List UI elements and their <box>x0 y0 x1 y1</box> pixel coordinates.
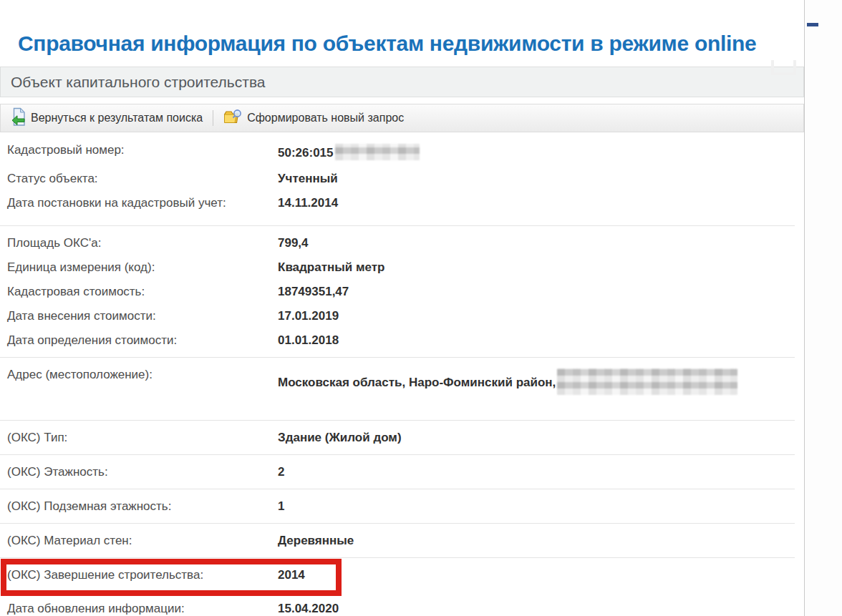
record-group: (ОКС) Подземная этажность:1 <box>0 489 795 523</box>
record-groups: Кадастровый номер:50:26:015Статус объект… <box>0 132 804 616</box>
record-group: Площадь ОКС'а:799,4Единица измерения (ко… <box>0 225 795 357</box>
toolbar-separator <box>213 110 213 126</box>
row-label: Площадь ОКС'а: <box>7 237 278 249</box>
toolbar: Вернуться к результатам поиска Сформиров… <box>0 104 804 132</box>
record-group: Кадастровый номер:50:26:015Статус объект… <box>0 132 795 225</box>
new-request-label: Сформировать новый запрос <box>247 112 404 124</box>
record-row: Дата внесения стоимости:17.01.2019 <box>0 304 795 328</box>
record-row: Кадастровый номер:50:26:015 <box>0 138 795 167</box>
row-label: (ОКС) Завершение строительства: <box>7 569 278 581</box>
new-request-button[interactable]: Сформировать новый запрос <box>219 107 408 130</box>
new-search-folder-icon <box>223 109 242 128</box>
record-group: (ОКС) Этажность:2 <box>0 454 795 489</box>
record-row: Площадь ОКС'а:799,4 <box>0 231 795 255</box>
record-group: (ОКС) Завершение строительства:2014 <box>0 557 795 592</box>
crop-marker-bracket <box>771 60 796 75</box>
row-value: 14.11.2014 <box>278 197 338 209</box>
redacted-blur-block <box>557 368 737 395</box>
main-panel: Справочная информация по объектам недвиж… <box>0 0 805 616</box>
record-row: (ОКС) Материал стен:Деревянные <box>0 529 795 553</box>
row-label: Дата обновления информации: <box>7 602 278 615</box>
back-to-results-button[interactable]: Вернуться к результатам поиска <box>7 105 207 132</box>
row-value: 01.01.2018 <box>278 334 339 346</box>
row-label: Дата постановки на кадастровый учет: <box>7 197 278 209</box>
record-group: Адрес (местоположение):Московская област… <box>0 357 795 420</box>
page-title: Справочная информация по объектам недвиж… <box>0 0 804 56</box>
row-value: 50:26:015 <box>278 144 420 160</box>
row-value: 1 <box>278 500 284 512</box>
row-label: Кадастровый номер: <box>7 144 278 160</box>
row-label: (ОКС) Подземная этажность: <box>7 500 278 512</box>
row-value: 799,4 <box>278 237 309 249</box>
row-value: Квадратный метр <box>278 261 385 273</box>
record-row: (ОКС) Подземная этажность:1 <box>0 494 795 519</box>
back-to-results-label: Вернуться к результатам поиска <box>31 112 203 124</box>
record-group: (ОКС) Материал стен:Деревянные <box>0 523 795 557</box>
row-label: Кадастровая стоимость: <box>7 285 278 298</box>
redacted-blur-block <box>335 144 420 160</box>
record-group: Дата обновления информации:15.04.2020 <box>0 592 795 616</box>
section-header-label: Объект капитального строительства <box>11 74 266 90</box>
row-value: 15.04.2020 <box>278 602 339 615</box>
return-document-icon <box>11 107 26 129</box>
section-header: Объект капитального строительства <box>0 67 804 97</box>
top-right-dash-artifact <box>807 23 818 26</box>
record-row: (ОКС) Этажность:2 <box>0 460 795 484</box>
record-row: (ОКС) Тип:Здание (Жилой дом) <box>0 426 795 450</box>
row-value: Деревянные <box>278 534 354 547</box>
row-label: Дата внесения стоимости: <box>7 310 278 322</box>
record-row: Кадастровая стоимость:18749351,47 <box>0 280 795 304</box>
record-row: Адрес (местоположение):Московская област… <box>0 363 795 401</box>
row-label: Статус объекта: <box>7 172 278 185</box>
row-value: 18749351,47 <box>278 285 349 298</box>
row-value: 2014 <box>278 569 305 581</box>
record-group: (ОКС) Тип:Здание (Жилой дом) <box>0 420 795 454</box>
row-label: Единица измерения (код): <box>7 261 278 273</box>
row-value: Учтенный <box>278 172 338 185</box>
row-label: Дата определения стоимости: <box>7 334 278 346</box>
row-label: Адрес (местоположение): <box>7 368 278 395</box>
record-row: Дата постановки на кадастровый учет:14.1… <box>0 191 795 215</box>
record-row: Единица измерения (код):Квадратный метр <box>0 255 795 280</box>
record-row: (ОКС) Завершение строительства:2014 <box>0 563 795 587</box>
row-label: (ОКС) Тип: <box>7 431 278 444</box>
record-row: Статус объекта:Учтенный <box>0 167 795 191</box>
row-value: Московская область, Наро-Фоминский район… <box>278 368 737 395</box>
record-row: Дата обновления информации:15.04.2020 <box>0 597 795 616</box>
row-value: 17.01.2019 <box>278 310 339 322</box>
row-label: (ОКС) Материал стен: <box>7 534 278 547</box>
row-label: (ОКС) Этажность: <box>7 466 278 478</box>
record-row: Дата определения стоимости:01.01.2018 <box>0 328 795 353</box>
row-value: Здание (Жилой дом) <box>278 431 402 444</box>
row-value: 2 <box>278 466 284 478</box>
